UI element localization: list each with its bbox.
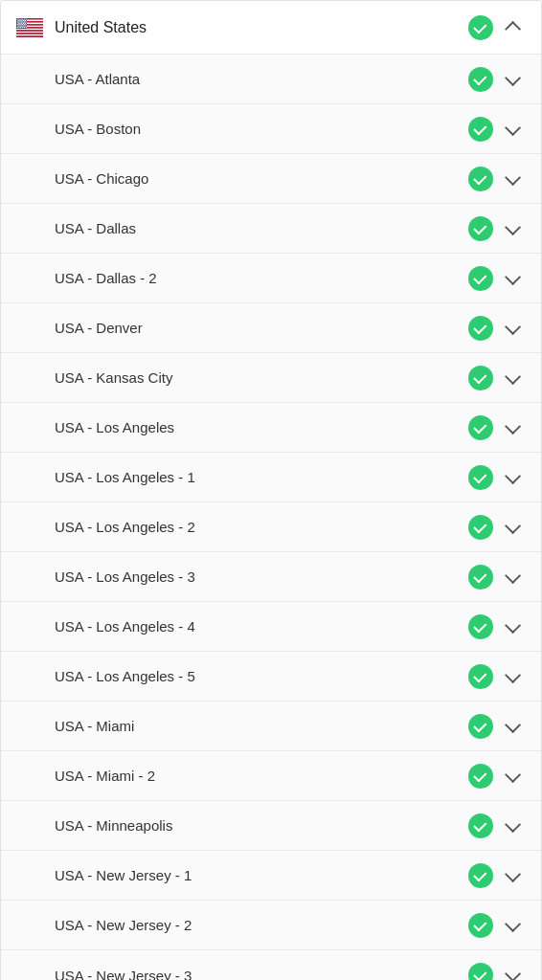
svg-point-32 — [19, 22, 20, 23]
item-label: USA - Dallas - 2 — [55, 270, 157, 286]
item-chevron-button[interactable] — [503, 566, 526, 589]
list-item: USA - Los Angeles - 2 — [1, 502, 541, 552]
item-left: USA - New Jersey - 3 — [55, 968, 468, 981]
svg-point-28 — [22, 21, 23, 22]
item-left: USA - Los Angeles - 2 — [55, 519, 468, 535]
svg-point-41 — [26, 24, 27, 25]
svg-point-45 — [23, 25, 24, 26]
item-label: USA - Atlanta — [55, 71, 140, 87]
list-item: USA - Los Angeles - 5 — [1, 652, 541, 702]
item-left: USA - Los Angeles - 4 — [55, 618, 468, 635]
svg-point-29 — [24, 21, 25, 22]
item-check-icon[interactable] — [468, 216, 493, 241]
svg-point-39 — [22, 24, 23, 25]
item-chevron-button[interactable] — [503, 118, 526, 141]
item-chevron-button[interactable] — [503, 416, 526, 439]
item-chevron-button[interactable] — [503, 715, 526, 738]
list-item: USA - Miami — [1, 702, 541, 751]
list-item: USA - Los Angeles - 4 — [1, 602, 541, 652]
item-label: USA - Dallas — [55, 220, 136, 236]
item-check-icon[interactable] — [468, 266, 493, 291]
item-left: USA - Boston — [55, 121, 468, 137]
item-check-icon[interactable] — [468, 117, 493, 142]
item-chevron-button[interactable] — [503, 864, 526, 887]
item-chevron-button[interactable] — [503, 665, 526, 688]
item-controls — [468, 565, 526, 590]
item-label: USA - New Jersey - 3 — [55, 968, 192, 981]
svg-point-16 — [20, 18, 21, 19]
item-check-icon[interactable] — [468, 614, 493, 639]
svg-point-27 — [20, 21, 21, 22]
svg-point-46 — [25, 25, 26, 26]
item-chevron-button[interactable] — [503, 68, 526, 91]
list-item: USA - Atlanta — [1, 55, 541, 104]
item-controls — [468, 714, 526, 739]
item-check-icon[interactable] — [468, 316, 493, 341]
svg-point-17 — [22, 18, 23, 19]
list-item: USA - Minneapolis — [1, 801, 541, 851]
item-label: USA - Kansas City — [55, 369, 172, 386]
item-chevron-button[interactable] — [503, 367, 526, 390]
item-check-icon[interactable] — [468, 664, 493, 689]
item-controls — [468, 366, 526, 390]
header-chevron-button[interactable] — [503, 16, 526, 39]
item-check-icon[interactable] — [468, 366, 493, 390]
item-check-icon[interactable] — [468, 167, 493, 191]
svg-point-26 — [18, 21, 19, 22]
svg-point-23 — [23, 19, 24, 20]
item-check-icon[interactable] — [468, 963, 493, 980]
item-left: USA - Kansas City — [55, 369, 468, 386]
item-chevron-button[interactable] — [503, 516, 526, 539]
list-item: USA - Dallas — [1, 204, 541, 254]
svg-point-40 — [24, 24, 25, 25]
item-label: USA - Miami - 2 — [55, 768, 155, 784]
item-chevron-button[interactable] — [503, 964, 526, 980]
item-check-icon[interactable] — [468, 863, 493, 888]
item-controls — [468, 664, 526, 689]
item-chevron-button[interactable] — [503, 267, 526, 290]
item-chevron-button[interactable] — [503, 317, 526, 340]
list-item: USA - Boston — [1, 104, 541, 154]
item-check-icon[interactable] — [468, 67, 493, 92]
item-chevron-button[interactable] — [503, 615, 526, 638]
svg-point-43 — [19, 25, 20, 26]
item-chevron-button[interactable] — [503, 765, 526, 788]
item-left: USA - Minneapolis — [55, 817, 468, 834]
item-check-icon[interactable] — [468, 913, 493, 938]
item-label: USA - New Jersey - 2 — [55, 917, 192, 933]
svg-rect-12 — [16, 35, 43, 37]
item-left: USA - New Jersey - 1 — [55, 867, 468, 883]
item-chevron-button[interactable] — [503, 814, 526, 837]
item-chevron-button[interactable] — [503, 914, 526, 937]
item-controls — [468, 963, 526, 980]
svg-point-36 — [17, 24, 18, 25]
item-check-icon[interactable] — [468, 714, 493, 739]
item-chevron-button[interactable] — [503, 466, 526, 489]
item-controls — [468, 216, 526, 241]
svg-point-42 — [17, 25, 18, 26]
item-check-icon[interactable] — [468, 515, 493, 540]
item-controls — [468, 316, 526, 341]
svg-rect-8 — [16, 30, 43, 32]
item-check-icon[interactable] — [468, 565, 493, 590]
list-item: USA - Chicago — [1, 154, 541, 204]
header-check-icon[interactable] — [468, 15, 493, 40]
svg-point-50 — [22, 26, 23, 27]
svg-point-35 — [25, 22, 26, 23]
item-check-icon[interactable] — [468, 764, 493, 789]
item-check-icon[interactable] — [468, 465, 493, 490]
item-check-icon[interactable] — [468, 813, 493, 838]
svg-point-49 — [20, 26, 21, 27]
item-label: USA - Los Angeles - 3 — [55, 568, 195, 585]
list-item: USA - New Jersey - 1 — [1, 851, 541, 901]
svg-point-22 — [21, 19, 22, 20]
item-left: USA - Miami — [55, 718, 468, 734]
item-controls — [468, 863, 526, 888]
item-check-icon[interactable] — [468, 415, 493, 440]
item-label: USA - Boston — [55, 121, 141, 137]
item-left: USA - Atlanta — [55, 71, 468, 87]
svg-point-18 — [24, 18, 25, 19]
item-chevron-button[interactable] — [503, 217, 526, 240]
item-chevron-button[interactable] — [503, 167, 526, 190]
item-label: USA - Los Angeles - 5 — [55, 668, 195, 684]
